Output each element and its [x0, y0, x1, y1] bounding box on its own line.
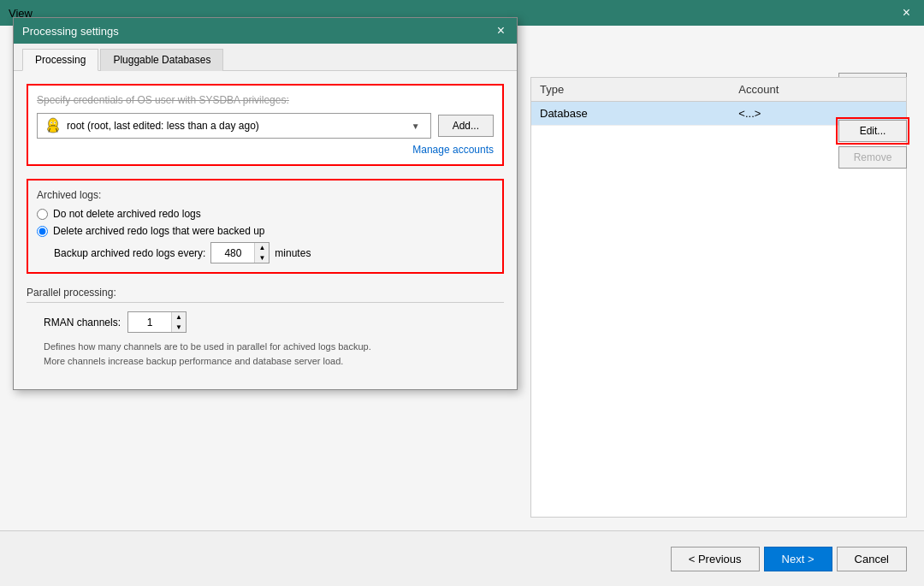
- radio-delete-backed-up-label[interactable]: Delete archived redo logs that were back…: [53, 225, 264, 237]
- dialog-close-button[interactable]: ×: [494, 24, 508, 38]
- radio-row-delete-backed-up: Delete archived redo logs that were back…: [37, 225, 494, 237]
- archived-logs-section: Archived logs: Do not delete archived re…: [27, 179, 504, 274]
- rman-description: Defines how many channels are to be used…: [27, 340, 504, 368]
- minutes-label: minutes: [275, 247, 311, 259]
- rman-desc-line1: Defines how many channels are to be used…: [44, 340, 504, 354]
- rman-desc-line2: More channels increase backup performanc…: [44, 354, 504, 369]
- bottom-navigation: < Previous Next > Cancel: [0, 530, 924, 586]
- col-account: Account: [730, 78, 906, 102]
- remove-button[interactable]: Remove: [838, 146, 907, 169]
- table-action-buttons: Edit... Remove: [838, 120, 907, 169]
- radio-delete-backed-up[interactable]: [37, 226, 48, 237]
- backup-interval-input[interactable]: [211, 243, 254, 263]
- dialog-title: Processing settings: [22, 25, 119, 38]
- rman-spinner-up-button[interactable]: ▲: [172, 312, 186, 323]
- bg-close-button[interactable]: ×: [897, 3, 915, 22]
- svg-point-4: [55, 122, 56, 123]
- dialog-titlebar: Processing settings ×: [14, 18, 517, 44]
- radio-row-no-delete: Do not delete archived redo logs: [37, 208, 494, 220]
- credentials-section: Specify credentials of OS user with SYSD…: [27, 84, 504, 166]
- account-select[interactable]: root (root, last edited: less than a day…: [37, 113, 431, 139]
- tab-processing[interactable]: Processing: [22, 49, 98, 71]
- col-type: Type: [531, 78, 730, 102]
- credentials-label: Specify credentials of OS user with SYSD…: [37, 94, 494, 106]
- processing-settings-dialog: Processing settings × Processing Pluggab…: [13, 17, 518, 390]
- rman-row: RMAN channels: ▲ ▼: [27, 311, 504, 333]
- previous-button[interactable]: < Previous: [671, 547, 760, 571]
- radio-no-delete-label[interactable]: Do not delete archived redo logs: [53, 208, 201, 220]
- radio-no-delete[interactable]: [37, 209, 48, 220]
- parallel-header: Parallel processing:: [27, 287, 504, 303]
- dialog-tabs: Processing Pluggable Databases: [14, 44, 517, 71]
- parallel-processing-section: Parallel processing: RMAN channels: ▲ ▼ …: [27, 287, 504, 368]
- rman-channels-input[interactable]: [128, 312, 171, 332]
- selected-account-text: root (root, last edited: less than a day…: [67, 120, 408, 132]
- rman-spinner-buttons: ▲ ▼: [171, 312, 186, 332]
- manage-accounts-link[interactable]: Manage accounts: [412, 144, 494, 156]
- credentials-table: Type Account Database <...>: [531, 78, 906, 126]
- rman-label: RMAN channels:: [44, 317, 121, 329]
- cell-type: Database: [531, 102, 730, 126]
- spinner-down-button[interactable]: ▼: [255, 253, 269, 263]
- credential-row: root (root, last edited: less than a day…: [37, 113, 494, 139]
- dropdown-arrow-icon[interactable]: ▼: [408, 121, 424, 131]
- archived-logs-header: Archived logs:: [37, 189, 494, 201]
- linux-icon: [44, 117, 62, 134]
- backup-interval-spinner[interactable]: ▲ ▼: [210, 242, 270, 263]
- rman-spinner-down-button[interactable]: ▼: [172, 323, 186, 333]
- edit-button[interactable]: Edit...: [838, 120, 907, 142]
- credentials-add-button[interactable]: Add...: [438, 115, 494, 137]
- tab-pluggable-databases[interactable]: Pluggable Databases: [100, 49, 223, 71]
- rman-channels-spinner[interactable]: ▲ ▼: [127, 311, 187, 333]
- backup-every-row: Backup archived redo logs every: ▲ ▼ min…: [37, 242, 494, 263]
- svg-point-3: [51, 122, 52, 123]
- spinner-buttons: ▲ ▼: [254, 243, 269, 263]
- cancel-button[interactable]: Cancel: [837, 547, 907, 571]
- backup-every-label: Backup archived redo logs every:: [54, 247, 205, 259]
- dialog-body: Specify credentials of OS user with SYSD…: [14, 71, 517, 389]
- next-button[interactable]: Next >: [764, 547, 832, 571]
- spinner-up-button[interactable]: ▲: [255, 243, 269, 253]
